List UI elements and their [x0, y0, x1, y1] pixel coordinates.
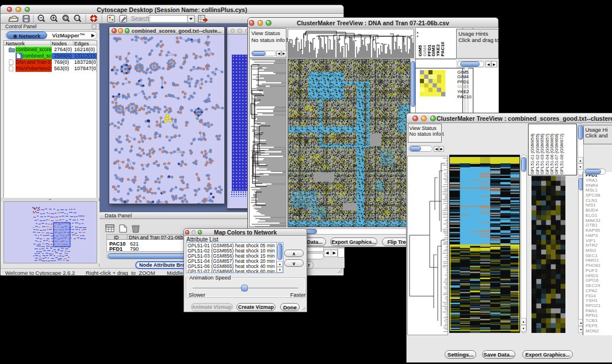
svg-text:GPL51-08 (GSM872): GPL51-08 (GSM872) — [559, 133, 564, 174]
svg-text:1:1: 1:1 — [75, 16, 79, 20]
svg-text:PAC10: PAC10 — [440, 41, 445, 56]
